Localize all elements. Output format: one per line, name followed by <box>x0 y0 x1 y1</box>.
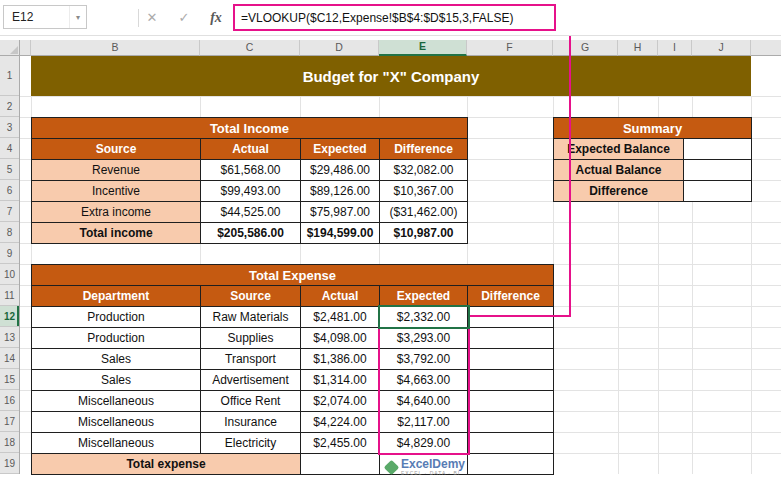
cell-C12[interactable]: Raw Materials <box>201 307 301 328</box>
insert-function-icon[interactable]: fx <box>204 0 228 36</box>
cell-B17[interactable]: Miscellaneous <box>32 412 201 433</box>
cell-D13[interactable]: $4,098.00 <box>301 328 380 349</box>
cell-B11[interactable]: Department <box>32 286 201 307</box>
cell-C6[interactable]: $99,493.00 <box>201 181 301 202</box>
cell-E16[interactable]: $4,640.00 <box>380 391 468 412</box>
title-banner[interactable]: Budget for "X" Company <box>31 56 751 96</box>
cell-B18[interactable]: Miscellaneous <box>32 433 201 454</box>
row-header-4[interactable]: 4 <box>0 138 19 159</box>
cell-C8[interactable]: $205,586.00 <box>201 223 301 244</box>
cell-B12[interactable]: Production <box>32 307 201 328</box>
cell-E6[interactable]: $10,367.00 <box>380 181 468 202</box>
column-header-J[interactable]: J <box>692 40 751 56</box>
column-header-D[interactable]: D <box>300 40 379 56</box>
cell-D6[interactable]: $89,126.00 <box>301 181 380 202</box>
cell-D4[interactable]: Expected <box>301 139 380 160</box>
row-header-6[interactable]: 6 <box>0 180 19 201</box>
cell-B6[interactable]: Incentive <box>32 181 201 202</box>
cell-F11[interactable]: Difference <box>468 286 554 307</box>
cell-F17[interactable] <box>468 412 554 433</box>
cell-B4[interactable]: Source <box>32 139 201 160</box>
row-header-14[interactable]: 14 <box>0 348 19 369</box>
cell-B19[interactable]: Total expense <box>32 454 301 475</box>
cell-J4[interactable] <box>684 139 752 160</box>
row-header-3[interactable]: 3 <box>0 117 19 138</box>
enter-icon[interactable]: ✓ <box>172 0 196 36</box>
column-header-C[interactable]: C <box>200 40 300 56</box>
cell-J6[interactable] <box>684 181 752 202</box>
cell-C16[interactable]: Office Rent <box>201 391 301 412</box>
row-header-7[interactable]: 7 <box>0 201 19 222</box>
cell-E12[interactable]: $2,332.00 <box>380 307 468 328</box>
row-header-9[interactable]: 9 <box>0 243 19 264</box>
cell-B16[interactable]: Miscellaneous <box>32 391 201 412</box>
cell-C14[interactable]: Transport <box>201 349 301 370</box>
column-header-G[interactable]: G <box>553 40 618 56</box>
cell-F18[interactable] <box>468 433 554 454</box>
cell-D18[interactable]: $2,455.00 <box>301 433 380 454</box>
cell-B14[interactable]: Sales <box>32 349 201 370</box>
cell-C7[interactable]: $44,525.00 <box>201 202 301 223</box>
cell-E5[interactable]: $32,082.00 <box>380 160 468 181</box>
cell-F12[interactable] <box>468 307 554 328</box>
row-header-13[interactable]: 13 <box>0 327 19 348</box>
cell-D11[interactable]: Actual <box>301 286 380 307</box>
cell-B8[interactable]: Total income <box>32 223 201 244</box>
cell-C18[interactable]: Electricity <box>201 433 301 454</box>
cell-E18[interactable]: $4,829.00 <box>380 433 468 454</box>
column-header-F[interactable]: F <box>467 40 553 56</box>
row-header-11[interactable]: 11 <box>0 285 19 306</box>
column-header-I[interactable]: I <box>658 40 692 56</box>
cell-E4[interactable]: Difference <box>380 139 468 160</box>
cell-E14[interactable]: $3,792.00 <box>380 349 468 370</box>
cell-B5[interactable]: Revenue <box>32 160 201 181</box>
cell-E13[interactable]: $3,293.00 <box>380 328 468 349</box>
cancel-icon[interactable]: ✕ <box>140 0 164 36</box>
cell-D12[interactable]: $2,481.00 <box>301 307 380 328</box>
row-header-12[interactable]: 12 <box>0 306 19 327</box>
formula-input[interactable]: =VLOOKUP($C12,Expense!$B$4:$D$15,3,FALSE… <box>235 11 514 25</box>
cell-C17[interactable]: Insurance <box>201 412 301 433</box>
row-header-8[interactable]: 8 <box>0 222 19 243</box>
row-header-1[interactable]: 1 <box>0 56 19 96</box>
row-header-19[interactable]: 19 <box>0 453 19 474</box>
cell-C5[interactable]: $61,568.00 <box>201 160 301 181</box>
cell-D16[interactable]: $2,074.00 <box>301 391 380 412</box>
name-box-dropdown-icon[interactable]: ▾ <box>69 6 86 28</box>
cell-E19[interactable] <box>380 454 468 475</box>
cell-D8[interactable]: $194,599.00 <box>301 223 380 244</box>
cell-B3[interactable]: Total Income <box>32 118 468 139</box>
cell-F14[interactable] <box>468 349 554 370</box>
select-all-corner[interactable] <box>0 40 20 56</box>
column-header-E[interactable]: E <box>379 40 467 56</box>
cell-B7[interactable]: Extra income <box>32 202 201 223</box>
cell-D19[interactable] <box>301 454 380 475</box>
row-header-18[interactable]: 18 <box>0 432 19 453</box>
cell-G5[interactable]: Actual Balance <box>554 160 684 181</box>
row-header-17[interactable]: 17 <box>0 411 19 432</box>
cell-C13[interactable]: Supplies <box>201 328 301 349</box>
cell-F15[interactable] <box>468 370 554 391</box>
cell-G6[interactable]: Difference <box>554 181 684 202</box>
cell-D7[interactable]: $75,987.00 <box>301 202 380 223</box>
column-header-B[interactable]: B <box>31 40 200 56</box>
cell-G4[interactable]: Expected Balance <box>554 139 684 160</box>
cell-C4[interactable]: Actual <box>201 139 301 160</box>
cell-E8[interactable]: $10,987.00 <box>380 223 468 244</box>
row-header-15[interactable]: 15 <box>0 369 19 390</box>
cell-D14[interactable]: $1,386.00 <box>301 349 380 370</box>
row-header-10[interactable]: 10 <box>0 264 19 285</box>
cell-F13[interactable] <box>468 328 554 349</box>
cell-J5[interactable] <box>684 160 752 181</box>
row-header-2[interactable]: 2 <box>0 96 19 117</box>
cell-D5[interactable]: $29,486.00 <box>301 160 380 181</box>
cell-C15[interactable]: Advertisement <box>201 370 301 391</box>
column-header-A[interactable] <box>20 40 31 56</box>
name-box[interactable]: E12 ▾ <box>3 5 87 29</box>
cell-E7[interactable]: ($31,462.00) <box>380 202 468 223</box>
cell-G3[interactable]: Summary <box>554 118 752 139</box>
cell-C11[interactable]: Source <box>201 286 301 307</box>
cell-D17[interactable]: $4,224.00 <box>301 412 380 433</box>
column-header-H[interactable]: H <box>618 40 658 56</box>
cell-E11[interactable]: Expected <box>380 286 468 307</box>
